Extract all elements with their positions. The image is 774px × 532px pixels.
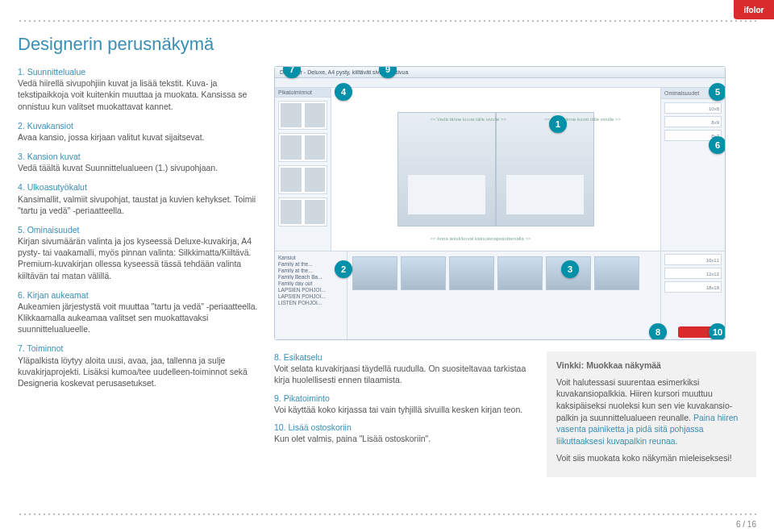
right-panel: Ominaisuudet 10x8 8x9 8x7 [660,88,725,251]
image-thumbs [347,251,660,339]
window-title: Designer - Deluxe, A4 pysty, kiiltävät s… [275,67,725,78]
item-10: 10. Lisää ostoskoriinKun olet valmis, pa… [274,422,527,444]
left-panel: Pikatoiminnot [275,88,331,251]
image-thumb [449,256,494,290]
item-5: 5. OminaisuudetKirjan sivumäärän valinta… [18,224,260,281]
item-6: 6. Kirjan aukeamatAukeamien järjestystä … [18,289,260,335]
tip-box: Vinkki: Muokkaa näkymää Voit halutessasi… [547,351,756,477]
item-1: 1. SuunnittelualueVedä hiirellä sivupohj… [18,66,260,112]
dotted-rule-bottom [18,513,756,516]
hint-text: << Anna teksti/kuvat kaksoisnapsauttamal… [430,236,531,241]
instructions-mid: 8. EsikatseluVoit selata kuvakirjaasi tä… [274,351,527,477]
image-thumb [594,256,639,290]
page-number: 6 / 16 [736,520,756,529]
page-right [496,112,594,226]
callout-badge-4: 4 [335,83,352,101]
design-canvas: << Vedä tänne kuvat tälle sivulle >> << … [331,88,660,251]
image-thumb [352,256,397,290]
page-left [397,112,496,226]
size-opt: 10x8 [664,102,722,114]
callout-badge-2: 2 [335,260,352,278]
dotted-rule-top [18,19,756,23]
layout-thumb [278,101,327,130]
tip-title: Vinkki: Muokkaa näkymää [556,360,747,372]
item-2: 2. KuvakansiotAvaa kansio, jossa kirjaan… [18,120,260,143]
image-thumb [497,256,543,290]
item-9: 9. PikatoimintoVoi käyttää koko kirjassa… [274,393,527,415]
callout-badge-8: 8 [649,323,667,340]
brand-logo: ifolor [734,0,774,19]
side-tab: Pikatoiminnot [275,88,331,98]
hint-text: << Vedä tänne kuvat tälle sivulle >> [430,117,506,122]
item-3: 3. Kansion kuvatVedä täältä kuvat Suunni… [18,151,260,173]
app-screenshot: Designer - Deluxe, A4 pysty, kiiltävät s… [274,66,726,340]
layout-thumb [278,133,327,162]
item-7: 7. ToiminnotYläpalkista löytyy aloita uu… [18,343,260,389]
item-8: 8. EsikatseluVoit selata kuvakirjaasi tä… [274,351,527,386]
layout-thumb [278,165,327,194]
callout-badge-6: 6 [709,136,726,154]
layout-thumb [278,197,327,227]
page-title: Designerin perusnäkymä [18,34,756,55]
callout-badge-1: 1 [549,115,567,133]
callout-badge-10: 10 [709,323,726,340]
image-thumb [401,256,446,290]
item-4: 4. UlkoasutyökalutKansimallit, valmiit s… [18,181,260,216]
callout-badge-5: 5 [709,83,726,101]
callout-badge-3: 3 [561,260,579,278]
instructions-left: 1. SuunnittelualueVedä hiirellä sivupohj… [18,66,260,477]
size-opt: 8x9 [664,116,722,127]
